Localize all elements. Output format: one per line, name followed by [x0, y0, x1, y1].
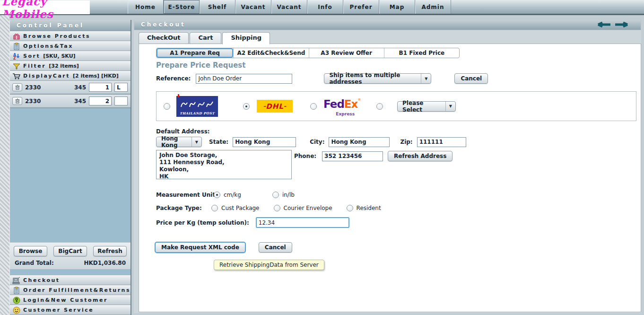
section-heading: Prepare Price Request — [156, 61, 245, 70]
collapse-expand-arrows-icon[interactable] — [592, 21, 634, 28]
radio-cust-package[interactable] — [211, 205, 218, 211]
tab-shipping[interactable]: Shipping — [222, 32, 270, 44]
step-tab-a3-review-offer[interactable]: A3 Review Offer — [309, 48, 384, 58]
state-input[interactable] — [233, 137, 296, 147]
radio-in-lb[interactable] — [272, 192, 279, 198]
chevron-down-icon: ▼ — [192, 140, 201, 144]
radio-resident[interactable] — [347, 205, 353, 211]
nav-tab-vacant-1[interactable]: Vacant — [235, 0, 271, 14]
cart-size-input[interactable] — [114, 83, 128, 92]
sidebar-item-sort[interactable]: AZ Sort [SKU, SKU] — [10, 51, 131, 61]
nav-tab-admin[interactable]: Admin — [415, 0, 451, 14]
svg-text:Z: Z — [13, 56, 16, 60]
sidebar-gap — [10, 269, 131, 275]
smiley-icon — [12, 306, 20, 314]
thailand-post-logo[interactable]: THAILAND POST — [176, 96, 218, 117]
panel-title: Checkout — [141, 21, 186, 28]
zip-label: Zip: — [400, 139, 412, 145]
sidebar-item-display-cart[interactable]: DisplayCart [2 items] [HKD] — [10, 71, 131, 81]
chevron-down-icon: ▼ — [446, 104, 455, 108]
key-icon — [12, 297, 20, 304]
sidebar-item-suffix: [SKU, SKU] — [43, 53, 75, 59]
radio-other-courier[interactable] — [376, 103, 383, 110]
cart-icon — [12, 72, 20, 80]
please-select-dropdown[interactable]: Please Select ▼ — [397, 101, 456, 112]
city-input[interactable] — [329, 137, 390, 147]
sidebar-item-login[interactable]: Login&New Customer — [10, 295, 131, 305]
shipping-step-tabs: A1 Prepare Req A2 Edit&Check&Send A3 Rev… — [156, 48, 460, 58]
fedex-logo[interactable]: FedEx® Express — [323, 98, 357, 115]
step-tab-a2-edit-check-send[interactable]: A2 Edit&Check&Send — [233, 48, 308, 58]
zip-input[interactable] — [417, 137, 466, 147]
step-tab-a1-prepare-req[interactable]: A1 Prepare Req — [157, 48, 233, 58]
radio-fedex[interactable] — [310, 103, 317, 110]
nav-tab-info[interactable]: Info — [307, 0, 343, 14]
in-lb-option-label: in/lb — [282, 192, 295, 198]
cart-item-price: 345 — [74, 84, 86, 91]
sidebar-item-label: DisplayCart — [23, 73, 70, 79]
trash-icon — [15, 85, 20, 90]
sidebar-item-label: Customer Service — [23, 307, 94, 313]
cart-size-input[interactable] — [114, 96, 128, 105]
trash-icon — [15, 98, 20, 104]
street-address-textarea[interactable]: John Doe Storage, 111 Hennessy Road, Kow… — [156, 150, 292, 179]
resident-option-label: Resident — [357, 205, 381, 211]
radio-dhl[interactable] — [243, 103, 250, 110]
cart-qty-input[interactable] — [89, 83, 112, 92]
sidebar-item-label: Login&New Customer — [23, 297, 108, 303]
radio-thailand-post[interactable] — [164, 103, 170, 110]
ship-multiple-addresses-dropdown[interactable]: Ship items to multiple addresses ▼ — [324, 73, 431, 84]
refresh-button[interactable]: Refresh — [93, 246, 127, 256]
country-dropdown[interactable]: Hong Kong ▼ — [156, 137, 202, 147]
checkout-content: CheckOut Cart Shipping A1 Prepare Req A2… — [134, 30, 641, 313]
cart-qty-input[interactable] — [89, 96, 112, 105]
nav-tab-home[interactable]: Home — [128, 0, 164, 14]
grand-total-label: Grand Total: — [15, 260, 54, 266]
measurement-unit-label: Measurement Unit: — [156, 192, 214, 198]
sidebar-item-order-fulfillment[interactable]: Order Fulfillment&Returns — [10, 285, 131, 295]
tab-cart[interactable]: Cart — [190, 32, 221, 44]
sidebar-item-filter[interactable]: Filter [32 items] — [10, 61, 131, 71]
filter-icon — [12, 62, 20, 70]
browse-button[interactable]: Browse — [14, 246, 47, 256]
checkout-panel-header: Checkout — [134, 19, 641, 30]
nav-tab-shelf[interactable]: Shelf — [200, 0, 235, 14]
default-address-label: Default Address: — [156, 128, 210, 135]
package-type-label: Package Type: — [156, 205, 211, 211]
sidebar-item-label: Filter — [23, 63, 46, 69]
nav-tab-estore[interactable]: E-Store — [164, 0, 200, 14]
nav-tab-prefer[interactable]: Prefer — [343, 0, 379, 14]
logo: Legacy Mobiles — [0, 0, 90, 14]
dhl-logo[interactable]: –DHL– — [257, 100, 293, 113]
phone-input[interactable] — [322, 151, 383, 161]
checkout-tabs: CheckOut Cart Shipping — [139, 32, 270, 44]
radio-courier-envelope[interactable] — [274, 205, 280, 211]
make-request-xml-button[interactable]: Make Request XML code — [155, 242, 246, 253]
courier-selection-box: THAILAND POST –DHL– FedEx® Express Pleas… — [156, 91, 636, 121]
cancel-button-top[interactable]: Cancel — [454, 73, 488, 84]
radio-cm-kg[interactable] — [214, 192, 220, 198]
nav-tab-map[interactable]: Map — [379, 0, 415, 14]
sidebar-bottom-panel: Browse BigCart Refresh Grand Total: HKD1… — [10, 242, 131, 269]
chevron-down-icon: ▼ — [421, 77, 431, 81]
state-label: State: — [209, 139, 228, 145]
top-bar: Legacy Mobiles Home E-Store Shelf Vacant… — [0, 0, 644, 15]
refresh-address-button[interactable]: Refresh Address — [388, 151, 453, 161]
phone-label: Phone: — [294, 153, 316, 159]
sidebar-item-customer-service[interactable]: Customer Service — [10, 305, 131, 315]
step-tab-b1-fixed-price[interactable]: B1 Fixed Price — [384, 48, 459, 58]
sidebar-item-checkout[interactable]: Checkout — [10, 275, 131, 285]
cancel-button-bottom[interactable]: Cancel — [259, 242, 292, 253]
sidebar-item-browse-products[interactable]: Browse Products — [10, 31, 131, 41]
tab-checkout[interactable]: CheckOut — [139, 32, 189, 44]
cart-item-price: 345 — [74, 98, 86, 105]
reference-input[interactable] — [196, 74, 292, 84]
bigcart-button[interactable]: BigCart — [53, 246, 87, 256]
sidebar-item-label: Order Fulfillment&Returns — [23, 287, 131, 293]
sidebar-item-options-tax[interactable]: Options&Tax — [10, 41, 131, 51]
delete-item-button[interactable] — [12, 83, 22, 91]
delete-item-button[interactable] — [12, 97, 22, 105]
sidebar-header: Control Panel — [10, 20, 131, 31]
price-per-kg-input[interactable] — [256, 217, 349, 228]
nav-tab-vacant-2[interactable]: Vacant — [271, 0, 307, 14]
